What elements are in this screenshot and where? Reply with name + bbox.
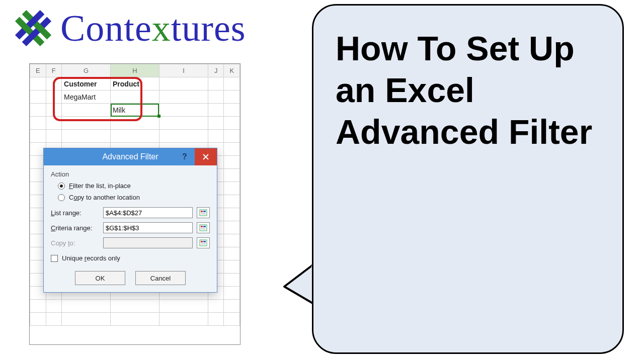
logo-text: Contextures xyxy=(60,7,246,50)
svg-rect-9 xyxy=(201,211,203,212)
svg-rect-14 xyxy=(203,226,206,227)
svg-rect-19 xyxy=(201,243,206,245)
close-icon xyxy=(202,153,209,160)
svg-marker-20 xyxy=(284,264,313,304)
dialog-title: Advanced Filter xyxy=(102,152,158,161)
copy-to-label: Copy to: xyxy=(51,239,99,247)
cell[interactable]: Customer xyxy=(62,77,111,90)
svg-rect-13 xyxy=(201,226,203,227)
svg-rect-17 xyxy=(201,241,203,242)
radio-icon xyxy=(58,194,65,201)
svg-rect-11 xyxy=(201,213,206,215)
svg-rect-18 xyxy=(203,241,206,242)
logo-mark-icon xyxy=(11,6,55,50)
criteria-range-row: Criteria range: xyxy=(51,222,210,233)
criteria-range-label: Criteria range: xyxy=(51,224,99,232)
range-picker-icon xyxy=(199,239,207,246)
unique-records-checkbox[interactable]: Unique records only xyxy=(51,252,210,264)
copy-to-row: Copy to: xyxy=(51,237,210,248)
col-header[interactable]: G xyxy=(62,64,111,77)
col-header[interactable]: K xyxy=(224,64,240,77)
dialog-titlebar[interactable]: Advanced Filter ? xyxy=(44,148,217,165)
checkbox-label: Unique records only xyxy=(62,254,120,262)
list-range-row: List range: xyxy=(51,207,210,218)
help-button[interactable]: ? xyxy=(176,148,194,165)
radio-label: Filter the list, in-place xyxy=(69,182,131,190)
range-picker-icon xyxy=(199,224,207,231)
col-header[interactable]: I xyxy=(159,64,208,77)
active-cell[interactable]: Milk xyxy=(111,104,159,117)
copy-to-input xyxy=(103,237,193,248)
action-group-label: Action xyxy=(51,170,210,178)
callout-text: How To Set Up an Excel Advanced Filter xyxy=(336,29,592,151)
range-picker-icon xyxy=(199,209,207,216)
list-range-label: List range: xyxy=(51,209,99,217)
col-header[interactable]: F xyxy=(46,64,62,77)
criteria-range-input[interactable] xyxy=(103,222,193,233)
range-picker-button[interactable] xyxy=(197,207,210,218)
col-header-selected[interactable]: H xyxy=(111,64,159,77)
col-header[interactable]: J xyxy=(208,64,224,77)
list-range-input[interactable] xyxy=(103,207,193,218)
col-header[interactable]: E xyxy=(30,64,46,77)
range-picker-button[interactable] xyxy=(197,237,210,248)
radio-label: Copy to another location xyxy=(69,194,140,201)
title-callout: How To Set Up an Excel Advanced Filter xyxy=(312,4,624,354)
svg-rect-10 xyxy=(203,211,206,212)
brand-logo: Contextures xyxy=(11,6,246,50)
radio-filter-inplace[interactable]: Filter the list, in-place xyxy=(51,180,210,192)
svg-rect-15 xyxy=(201,228,206,230)
cancel-button[interactable]: Cancel xyxy=(135,271,186,285)
checkbox-icon xyxy=(51,255,58,262)
close-button[interactable] xyxy=(195,148,217,165)
range-picker-button[interactable] xyxy=(197,222,210,233)
cell[interactable]: MegaMart xyxy=(62,90,111,104)
radio-copy-location[interactable]: Copy to another location xyxy=(51,192,210,203)
radio-icon xyxy=(58,183,65,190)
cell[interactable] xyxy=(111,90,159,104)
cell[interactable] xyxy=(62,104,111,117)
cell[interactable]: Product xyxy=(111,77,159,90)
advanced-filter-dialog: Advanced Filter ? Action Filter the list… xyxy=(43,148,217,293)
ok-button[interactable]: OK xyxy=(75,271,125,285)
